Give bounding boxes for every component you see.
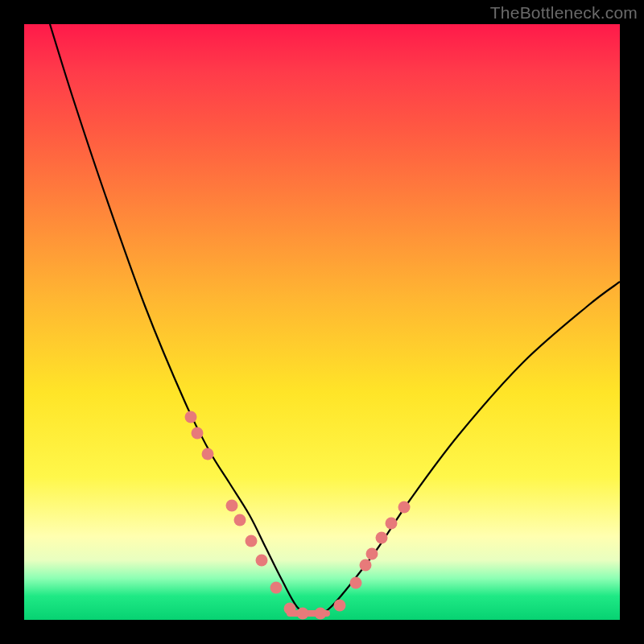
marker-dot [350,577,362,589]
marker-dot [256,555,268,567]
plot-area [24,24,620,620]
marker-dot [270,582,283,594]
marker-dot [360,559,372,572]
marker-dot [185,411,197,423]
marker-dot [297,608,309,620]
marker-dot [334,600,346,612]
marker-dot [315,608,327,620]
marker-dot [386,518,398,530]
marker-dot [376,532,388,544]
marker-dot [226,500,238,512]
marker-dot [398,502,411,514]
marker-dot [192,427,204,440]
bottleneck-curve [50,24,620,616]
marker-dots [185,411,411,620]
chart-svg [24,24,620,620]
marker-dot [366,548,378,560]
marker-dot [246,535,258,547]
marker-dot [284,603,296,615]
watermark-text: TheBottleneck.com [490,3,638,23]
outer-frame: TheBottleneck.com [0,0,644,644]
marker-dot [234,514,246,526]
marker-dot [202,448,214,460]
